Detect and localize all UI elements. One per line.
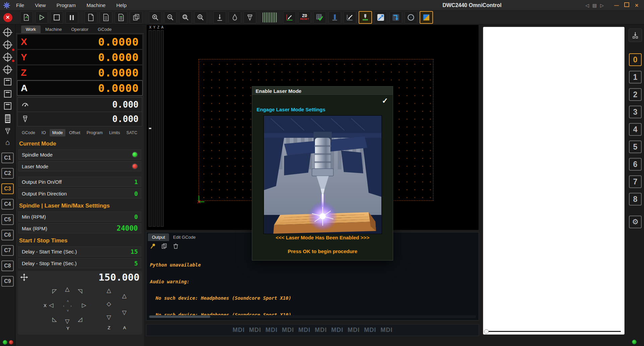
jog-nw-button[interactable]: ◸ [52, 288, 57, 294]
tab-gcode[interactable]: GCode [93, 25, 116, 33]
tab-work[interactable]: Work [21, 25, 41, 33]
tool-sensor-button[interactable] [359, 11, 372, 24]
right-tab-0[interactable]: 0 [629, 53, 642, 66]
toolpath-verify-button[interactable] [313, 11, 326, 23]
menu-program[interactable]: Program [56, 2, 76, 8]
laser-mode-button[interactable] [420, 11, 433, 24]
jog-center-left-icon[interactable]: ‹ [63, 303, 64, 309]
minimize-button[interactable]: — [614, 3, 619, 8]
right-tab-8[interactable]: 8 [629, 193, 642, 206]
tab-mode[interactable]: Mode [50, 129, 65, 136]
max-rpm-row[interactable]: Max (RPM) 24000 [18, 223, 141, 233]
mdi-button-7[interactable]: MDI [331, 327, 343, 334]
right-tab-2[interactable]: 2 [629, 88, 642, 101]
tab-edit-gcode[interactable]: Edit GCode [169, 233, 200, 241]
z-axis-slider[interactable] [157, 30, 160, 227]
jog-z-down-button[interactable]: ▽ [107, 314, 111, 320]
c2-button[interactable]: C2 [1, 168, 14, 179]
ruler-button[interactable] [5, 114, 10, 123]
delay-start-row[interactable]: Delay - Start Time (Sec.) 15 [18, 246, 141, 256]
c1-button[interactable]: C1 [1, 153, 14, 163]
probe-button[interactable] [213, 11, 226, 23]
jog-z-home-button[interactable]: ◇ [107, 301, 111, 307]
menu-file[interactable]: File [16, 2, 24, 8]
estop-button[interactable]: ✕ [2, 12, 14, 23]
right-tab-5[interactable]: 5 [629, 140, 642, 153]
zoom-out-button[interactable] [164, 11, 177, 23]
x-axis-slider[interactable] [149, 30, 152, 227]
right-tab-1[interactable]: 1 [629, 71, 642, 83]
a-axis-slider[interactable] [161, 30, 164, 227]
pin-icon[interactable] [150, 243, 156, 249]
coolant-button[interactable] [228, 11, 241, 23]
c8-button[interactable]: C8 [1, 261, 14, 271]
panel-scrollbar-handle[interactable] [484, 329, 489, 334]
jog-south-button[interactable]: ▽ [65, 319, 69, 324]
tab-program[interactable]: Program [84, 129, 105, 136]
zero-xy-button[interactable] [4, 41, 11, 49]
gcode-file-button[interactable] [85, 11, 97, 23]
g30-position-button[interactable] [4, 66, 11, 73]
jog-east-button[interactable]: ▷ [82, 302, 86, 308]
tab-io[interactable]: IO [39, 129, 49, 136]
jog-center-down-icon[interactable]: ˅ [67, 308, 69, 313]
log-horizontal-scrollbar[interactable] [149, 315, 476, 318]
jog-a-up-button[interactable]: △ [122, 293, 126, 299]
mdi-button-4[interactable]: MDI [282, 327, 294, 334]
tool-button[interactable] [244, 11, 256, 23]
work-offset-button[interactable] [4, 90, 11, 98]
zoom-in-button[interactable] [149, 11, 162, 23]
stop-button[interactable] [50, 11, 63, 23]
tab-machine[interactable]: Machine [41, 25, 66, 33]
x-slider-handle[interactable] [149, 128, 151, 129]
home-button[interactable]: ⌂ [5, 139, 10, 146]
nav-forward-icon[interactable]: ▷ [600, 3, 604, 8]
spindle-mode-row[interactable]: Spindle Mode [18, 150, 141, 160]
goto-position-button[interactable] [374, 11, 387, 23]
nav-list-icon[interactable]: ▤ [592, 3, 597, 8]
panel-scrollbar-track[interactable] [487, 331, 621, 332]
tab-output[interactable]: Output [148, 233, 169, 241]
program-list-panel[interactable] [483, 27, 625, 335]
gcode-copy-button[interactable] [130, 11, 143, 23]
tool-offset-button[interactable] [4, 78, 11, 85]
mdi-button-5[interactable]: MDI [299, 327, 311, 334]
menu-help[interactable]: Help [116, 2, 127, 8]
mdi-button-6[interactable]: MDI [315, 327, 327, 334]
right-tab-6[interactable]: 6 [629, 158, 642, 171]
c3-button[interactable]: C3 [1, 183, 14, 194]
zoom-window-button[interactable] [179, 11, 192, 23]
zoom-fit-button[interactable] [194, 11, 207, 23]
settings-gear-button[interactable]: ⚙ [629, 216, 642, 228]
jog-ne-button[interactable]: ◹ [78, 288, 82, 294]
mdi-button-10[interactable]: MDI [381, 327, 393, 334]
jog-center-right-icon[interactable]: › [70, 303, 72, 309]
copy-log-icon[interactable] [161, 243, 167, 249]
c9-button[interactable]: C9 [1, 276, 14, 287]
clear-log-icon[interactable] [173, 243, 179, 249]
jog-center-up-icon[interactable]: ˄ [67, 298, 69, 304]
laser-align-button[interactable] [328, 11, 341, 23]
tab-gcode-2[interactable]: GCode [19, 129, 38, 136]
close-button[interactable]: ✕ [634, 3, 639, 8]
output-direction-row[interactable]: Output Pin Direction 0 [18, 188, 141, 198]
right-tab-7[interactable]: 7 [629, 175, 642, 188]
gcode-block-button[interactable] [115, 11, 127, 23]
jog-se-button[interactable]: ◿ [78, 316, 82, 322]
right-tab-4[interactable]: 4 [629, 123, 642, 136]
mdi-button-1[interactable]: MDI [233, 327, 245, 334]
g28-position-button[interactable] [4, 53, 11, 61]
run-button[interactable] [35, 11, 48, 23]
tab-limits[interactable]: Limits [106, 129, 123, 136]
mdi-button-2[interactable]: MDI [249, 327, 261, 334]
goto-xyz-zero-button[interactable] [283, 11, 296, 23]
tab-offset[interactable]: Offset [66, 129, 83, 136]
mdi-button-3[interactable]: MDI [266, 327, 278, 334]
mdi-button-9[interactable]: MDI [364, 327, 376, 334]
tab-satc[interactable]: SATC [124, 129, 140, 136]
delay-stop-row[interactable]: Delay - Stop Time (Sec.) 5 [18, 258, 141, 268]
jog-west-button[interactable]: ◁ [49, 302, 53, 308]
c7-button[interactable]: C7 [1, 245, 14, 256]
gcode-grid-button[interactable] [100, 11, 112, 23]
plot-view-button[interactable] [343, 11, 356, 23]
